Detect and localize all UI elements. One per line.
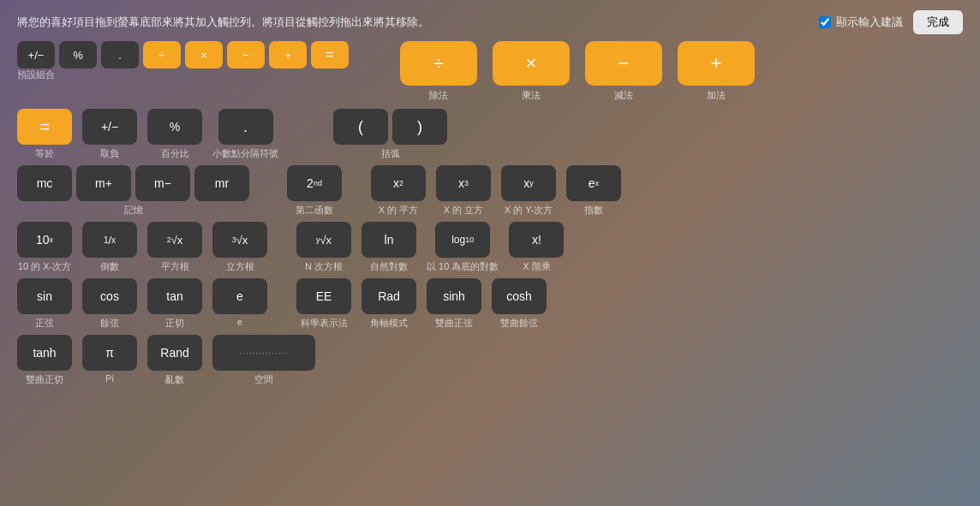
mc-btn[interactable]: mc — [17, 165, 72, 201]
pi-btn[interactable]: π — [82, 335, 137, 371]
btn-percent-group: % 百分比 — [147, 109, 202, 160]
op-minus: − 減法 — [585, 41, 662, 102]
cosh-group: cosh 雙曲餘弦 — [492, 278, 547, 330]
main-content: +/− % . ÷ × − + = 預設組合 ÷ 除法 × 乘法 − — [0, 41, 980, 386]
preset-divide[interactable]: ÷ — [143, 41, 181, 68]
x3-group: x3 X 的 立方 — [436, 165, 491, 217]
instruction-text: 將您的喜好項目拖到螢幕底部來將其加入觸控列。將項目從觸控列拖出來將其移除。 — [17, 15, 429, 30]
cbrt-group: 3√x 立方根 — [212, 222, 267, 273]
nrt-group: y√x N 次方根 — [296, 222, 351, 273]
cosh-btn[interactable]: cosh — [492, 278, 547, 314]
row3: 10x 10 的 X-次方 1/x 倒數 2√x 平方根 3√x 立方根 y√x… — [17, 222, 963, 273]
row5: tanh 雙曲正切 π Pi Rand 亂數 ··············· 空… — [17, 335, 963, 386]
ee-btn[interactable]: EE — [296, 278, 351, 314]
xy-btn[interactable]: xy — [501, 165, 556, 201]
inv-group: 1/x 倒數 — [82, 222, 137, 273]
log10-btn[interactable]: log10 — [435, 222, 490, 258]
pi-group: π Pi — [82, 335, 137, 384]
10x-group: 10x 10 的 X-次方 — [17, 222, 72, 273]
preset-toggle-sign[interactable]: +/− — [17, 41, 55, 68]
preset-decimal[interactable]: . — [101, 41, 139, 68]
close-paren-btn[interactable]: ) — [392, 109, 447, 145]
op-plus: + 加法 — [678, 41, 755, 102]
log10-group: log10 以 10 為底的對數 — [427, 222, 499, 273]
btn-toggle-sign-group: +/− 取負 — [82, 109, 137, 160]
equals-btn[interactable]: = — [17, 109, 72, 145]
ln-btn[interactable]: ln — [362, 222, 416, 258]
inv-btn[interactable]: 1/x — [82, 222, 137, 258]
btn-equals-group: = 等於 — [17, 109, 72, 160]
cos-group: cos 餘弦 — [82, 278, 137, 330]
preset-percent[interactable]: % — [59, 41, 97, 68]
operator-group: ÷ 除法 × 乘法 − 減法 + 加法 — [400, 41, 755, 102]
done-button[interactable]: 完成 — [913, 10, 963, 34]
second-fn-btn[interactable]: 2nd — [287, 165, 342, 201]
e-btn[interactable]: e — [212, 278, 267, 314]
show-suggestions-label[interactable]: 顯示輸入建議 — [819, 15, 903, 30]
preset-minus[interactable]: − — [227, 41, 265, 68]
sin-btn[interactable]: sin — [17, 278, 72, 314]
btn-decimal-group: . 小數點分隔符號 — [212, 109, 278, 160]
tanh-group: tanh 雙曲正切 — [17, 335, 72, 386]
open-paren-btn[interactable]: ( — [333, 109, 388, 145]
xfact-btn[interactable]: x! — [509, 222, 564, 258]
cbrt-btn[interactable]: 3√x — [212, 222, 267, 258]
rad-group: Rad 角軸模式 — [362, 278, 416, 330]
ee-group: EE 科學表示法 — [296, 278, 351, 330]
preset-group: +/− % . ÷ × − + = 預設組合 — [17, 41, 349, 81]
op-divide: ÷ 除法 — [400, 41, 477, 102]
e-group: e e — [212, 278, 267, 327]
parens-group: ( ) 括弧 — [333, 109, 447, 160]
op-minus-btn[interactable]: − — [585, 41, 662, 86]
tan-btn[interactable]: tan — [147, 278, 202, 314]
preset-equals[interactable]: = — [311, 41, 349, 68]
preset-buttons-row: +/− % . ÷ × − + = — [17, 41, 349, 68]
sinh-btn[interactable]: sinh — [427, 278, 481, 314]
row2: mc m+ m− mr 記憶 2nd 第二函數 x2 X 的 平方 x3 X 的… — [17, 165, 963, 217]
memory-group: mc m+ m− mr 記憶 — [17, 165, 249, 217]
sqrt-btn[interactable]: 2√x — [147, 222, 202, 258]
second-fn-group: 2nd 第二函數 — [287, 165, 342, 217]
ex-group: ex 指數 — [566, 165, 621, 217]
sinh-group: sinh 雙曲正弦 — [427, 278, 481, 330]
preset-multiply[interactable]: × — [185, 41, 223, 68]
tanh-btn[interactable]: tanh — [17, 335, 72, 371]
row4: sin 正弦 cos 餘弦 tan 正切 e e EE 科學表示法 Rad — [17, 278, 963, 330]
row1: = 等於 +/− 取負 % 百分比 . 小數點分隔符號 ( ) — [17, 109, 963, 160]
xy-group: xy X 的 Y-次方 — [501, 165, 556, 217]
sqrt-group: 2√x 平方根 — [147, 222, 202, 273]
op-divide-btn[interactable]: ÷ — [400, 41, 477, 86]
rad-btn[interactable]: Rad — [362, 278, 416, 314]
x2-btn[interactable]: x2 — [371, 165, 426, 201]
m-plus-btn[interactable]: m+ — [76, 165, 131, 201]
toggle-sign-btn[interactable]: +/− — [82, 109, 137, 145]
rand-group: Rand 亂數 — [147, 335, 202, 386]
preset-label: 預設組合 — [17, 68, 55, 81]
mr-btn[interactable]: mr — [194, 165, 249, 201]
percent-btn[interactable]: % — [147, 109, 202, 145]
ex-btn[interactable]: ex — [566, 165, 621, 201]
space-btn[interactable]: ··············· — [212, 335, 315, 371]
nrt-btn[interactable]: y√x — [296, 222, 351, 258]
sin-group: sin 正弦 — [17, 278, 72, 330]
top-bar: 將您的喜好項目拖到螢幕底部來將其加入觸控列。將項目從觸控列拖出來將其移除。 顯示… — [0, 0, 980, 41]
op-multiply-btn[interactable]: × — [493, 41, 570, 86]
preset-plus[interactable]: + — [269, 41, 307, 68]
xfact-group: x! X 階乘 — [509, 222, 564, 273]
op-plus-btn[interactable]: + — [678, 41, 755, 86]
cos-btn[interactable]: cos — [82, 278, 137, 314]
op-multiply: × 乘法 — [493, 41, 570, 102]
x2-group: x2 X 的 平方 — [371, 165, 426, 217]
rand-btn[interactable]: Rand — [147, 335, 202, 371]
x3-btn[interactable]: x3 — [436, 165, 491, 201]
space-group: ··············· 空間 — [212, 335, 315, 386]
10x-btn[interactable]: 10x — [17, 222, 72, 258]
decimal-btn[interactable]: . — [218, 109, 273, 145]
main-rows: = 等於 +/− 取負 % 百分比 . 小數點分隔符號 ( ) — [17, 109, 963, 386]
tan-group: tan 正切 — [147, 278, 202, 330]
m-minus-btn[interactable]: m− — [135, 165, 190, 201]
show-suggestions-checkbox[interactable] — [819, 16, 831, 28]
ln-group: ln 自然對數 — [362, 222, 416, 273]
